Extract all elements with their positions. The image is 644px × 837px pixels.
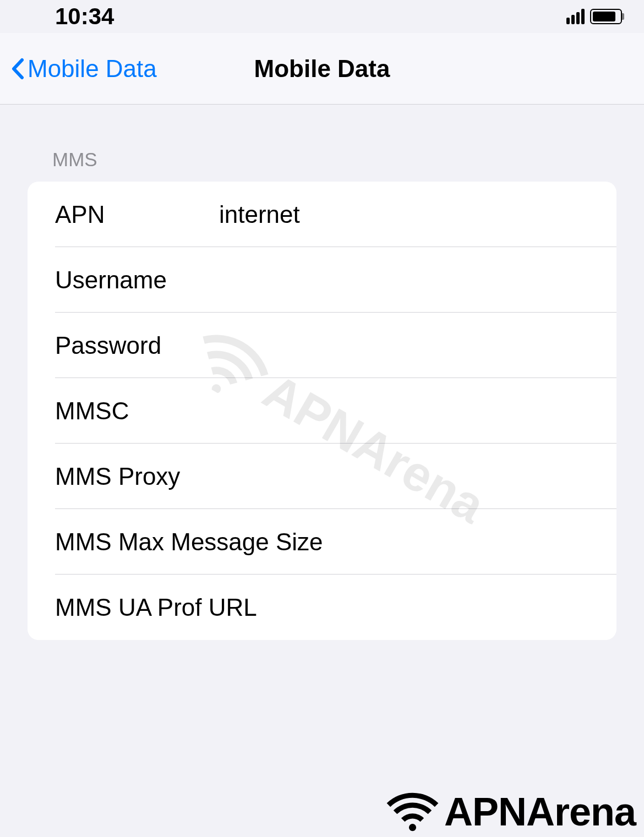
status-icons: [566, 9, 622, 24]
input-mmsc[interactable]: [219, 397, 616, 425]
watermark-text: APNArena: [444, 789, 636, 834]
label-username: Username: [55, 266, 219, 294]
back-label: Mobile Data: [28, 55, 157, 83]
back-button[interactable]: Mobile Data: [11, 55, 157, 83]
row-password[interactable]: Password: [28, 313, 616, 378]
section-header-mms: MMS: [0, 129, 644, 182]
chevron-left-icon: [11, 58, 25, 80]
row-apn[interactable]: APN: [28, 182, 616, 247]
wifi-icon: [386, 791, 439, 833]
label-password: Password: [55, 332, 219, 359]
status-time: 10:34: [55, 3, 114, 30]
content: MMS APN Username Password MMSC MMS Proxy…: [0, 105, 644, 640]
label-mms-max-size: MMS Max Message Size: [55, 528, 616, 556]
label-mms-proxy: MMS Proxy: [55, 463, 219, 490]
watermark-bottom: APNArena: [386, 789, 636, 834]
svg-point-0: [409, 824, 416, 831]
battery-icon: [590, 9, 622, 24]
input-username[interactable]: [219, 266, 616, 294]
row-mms-max-size[interactable]: MMS Max Message Size: [28, 509, 616, 575]
input-password[interactable]: [219, 332, 616, 359]
status-bar: 10:34: [0, 0, 644, 33]
input-apn[interactable]: [219, 201, 616, 228]
row-mmsc[interactable]: MMSC: [28, 378, 616, 444]
input-mms-proxy[interactable]: [219, 463, 616, 490]
row-username[interactable]: Username: [28, 247, 616, 313]
navigation-bar: Mobile Data Mobile Data: [0, 33, 644, 105]
cellular-signal-icon: [566, 9, 585, 24]
label-mmsc: MMSC: [55, 397, 219, 425]
settings-group-mms: APN Username Password MMSC MMS Proxy MMS…: [28, 182, 616, 640]
row-mms-ua-prof[interactable]: MMS UA Prof URL: [28, 575, 616, 640]
label-mms-ua-prof: MMS UA Prof URL: [55, 594, 616, 621]
page-title: Mobile Data: [254, 55, 390, 83]
label-apn: APN: [55, 201, 219, 228]
row-mms-proxy[interactable]: MMS Proxy: [28, 444, 616, 509]
